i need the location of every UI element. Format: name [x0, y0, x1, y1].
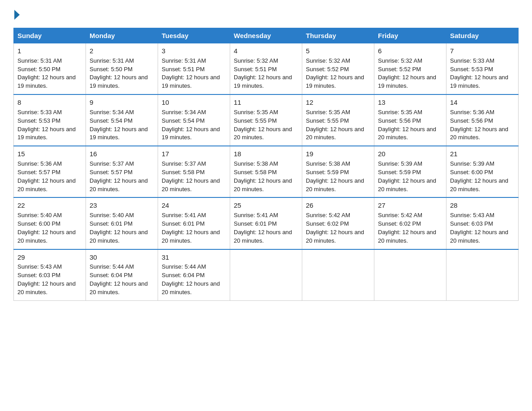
col-header-wednesday: Wednesday [230, 28, 302, 43]
day-cell: 8Sunrise: 5:33 AMSunset: 5:53 PMDaylight… [14, 94, 86, 146]
day-number: 8 [17, 98, 82, 107]
day-number: 6 [378, 46, 442, 56]
logo [13, 9, 21, 20]
day-number: 23 [90, 201, 154, 210]
day-cell: 18Sunrise: 5:38 AMSunset: 5:58 PMDayligh… [230, 146, 302, 197]
day-cell: 31Sunrise: 5:44 AMSunset: 6:04 PMDayligh… [158, 249, 230, 301]
day-number: 22 [17, 201, 82, 210]
day-cell: 1Sunrise: 5:31 AMSunset: 5:50 PMDaylight… [14, 43, 86, 95]
day-cell [230, 249, 302, 301]
day-cell: 12Sunrise: 5:35 AMSunset: 5:55 PMDayligh… [302, 94, 374, 146]
week-row-4: 22Sunrise: 5:40 AMSunset: 6:00 PMDayligh… [14, 197, 519, 249]
week-row-5: 29Sunrise: 5:43 AMSunset: 6:03 PMDayligh… [14, 249, 519, 301]
day-cell: 25Sunrise: 5:41 AMSunset: 6:01 PMDayligh… [230, 197, 302, 249]
col-header-saturday: Saturday [446, 28, 519, 43]
day-number: 10 [162, 98, 226, 107]
day-cell: 16Sunrise: 5:37 AMSunset: 5:57 PMDayligh… [86, 146, 158, 197]
col-header-friday: Friday [374, 28, 446, 43]
day-cell: 26Sunrise: 5:42 AMSunset: 6:02 PMDayligh… [302, 197, 374, 249]
day-cell: 13Sunrise: 5:35 AMSunset: 5:56 PMDayligh… [374, 94, 446, 146]
day-cell: 22Sunrise: 5:40 AMSunset: 6:00 PMDayligh… [14, 197, 86, 249]
day-number: 30 [90, 253, 154, 262]
day-cell: 23Sunrise: 5:40 AMSunset: 6:01 PMDayligh… [86, 197, 158, 249]
day-cell: 14Sunrise: 5:36 AMSunset: 5:56 PMDayligh… [446, 94, 519, 146]
day-number: 17 [162, 149, 226, 159]
week-row-2: 8Sunrise: 5:33 AMSunset: 5:53 PMDaylight… [14, 94, 519, 146]
day-cell: 20Sunrise: 5:39 AMSunset: 5:59 PMDayligh… [374, 146, 446, 197]
day-cell: 15Sunrise: 5:36 AMSunset: 5:57 PMDayligh… [14, 146, 86, 197]
day-cell [302, 249, 374, 301]
day-number: 26 [306, 201, 370, 210]
day-number: 12 [306, 98, 370, 107]
day-number: 21 [450, 149, 515, 159]
day-number: 13 [378, 98, 442, 107]
header-row: SundayMondayTuesdayWednesdayThursdayFrid… [14, 28, 519, 43]
col-header-monday: Monday [86, 28, 158, 43]
day-cell: 30Sunrise: 5:44 AMSunset: 6:04 PMDayligh… [86, 249, 158, 301]
day-number: 18 [234, 149, 298, 159]
day-number: 3 [162, 46, 226, 56]
day-cell: 5Sunrise: 5:32 AMSunset: 5:52 PMDaylight… [302, 43, 374, 95]
day-cell: 28Sunrise: 5:43 AMSunset: 6:03 PMDayligh… [446, 197, 519, 249]
day-number: 4 [234, 46, 298, 56]
day-number: 28 [450, 201, 515, 210]
day-cell: 4Sunrise: 5:32 AMSunset: 5:51 PMDaylight… [230, 43, 302, 95]
day-cell [446, 249, 519, 301]
day-number: 9 [90, 98, 154, 107]
day-cell: 6Sunrise: 5:32 AMSunset: 5:52 PMDaylight… [374, 43, 446, 95]
day-number: 20 [378, 149, 442, 159]
day-cell: 2Sunrise: 5:31 AMSunset: 5:50 PMDaylight… [86, 43, 158, 95]
logo-arrow-icon [14, 10, 20, 20]
day-number: 27 [378, 201, 442, 210]
day-cell: 29Sunrise: 5:43 AMSunset: 6:03 PMDayligh… [14, 249, 86, 301]
day-cell [374, 249, 446, 301]
day-number: 31 [162, 253, 226, 262]
day-number: 25 [234, 201, 298, 210]
day-number: 16 [90, 149, 154, 159]
calendar-table: SundayMondayTuesdayWednesdayThursdayFrid… [13, 28, 519, 301]
day-cell: 7Sunrise: 5:33 AMSunset: 5:53 PMDaylight… [446, 43, 519, 95]
week-row-1: 1Sunrise: 5:31 AMSunset: 5:50 PMDaylight… [14, 43, 519, 95]
day-cell: 3Sunrise: 5:31 AMSunset: 5:51 PMDaylight… [158, 43, 230, 95]
day-number: 2 [90, 46, 154, 56]
day-cell: 27Sunrise: 5:42 AMSunset: 6:02 PMDayligh… [374, 197, 446, 249]
col-header-sunday: Sunday [14, 28, 86, 43]
day-cell: 17Sunrise: 5:37 AMSunset: 5:58 PMDayligh… [158, 146, 230, 197]
day-cell: 24Sunrise: 5:41 AMSunset: 6:01 PMDayligh… [158, 197, 230, 249]
col-header-thursday: Thursday [302, 28, 374, 43]
day-number: 24 [162, 201, 226, 210]
day-cell: 19Sunrise: 5:38 AMSunset: 5:59 PMDayligh… [302, 146, 374, 197]
day-number: 14 [450, 98, 515, 107]
day-number: 15 [17, 149, 82, 159]
col-header-tuesday: Tuesday [158, 28, 230, 43]
day-cell: 11Sunrise: 5:35 AMSunset: 5:55 PMDayligh… [230, 94, 302, 146]
day-number: 29 [17, 253, 82, 262]
day-number: 5 [306, 46, 370, 56]
page-header [13, 9, 519, 20]
day-cell: 21Sunrise: 5:39 AMSunset: 6:00 PMDayligh… [446, 146, 519, 197]
day-number: 11 [234, 98, 298, 107]
day-cell: 10Sunrise: 5:34 AMSunset: 5:54 PMDayligh… [158, 94, 230, 146]
week-row-3: 15Sunrise: 5:36 AMSunset: 5:57 PMDayligh… [14, 146, 519, 197]
day-cell: 9Sunrise: 5:34 AMSunset: 5:54 PMDaylight… [86, 94, 158, 146]
day-number: 1 [17, 46, 82, 56]
day-number: 19 [306, 149, 370, 159]
day-number: 7 [450, 46, 515, 56]
